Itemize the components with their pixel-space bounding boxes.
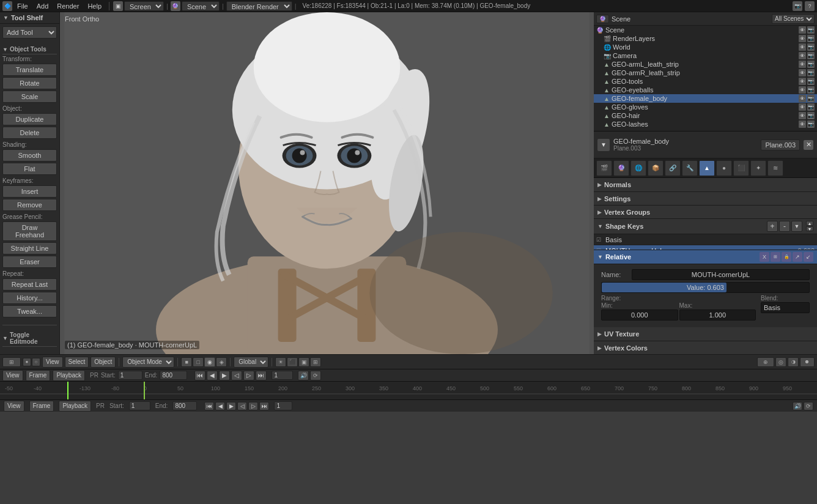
scene-select[interactable]: Scene — [182, 1, 220, 11]
sync-icon[interactable]: ⟳ — [310, 371, 321, 380]
menu-help[interactable]: Help — [84, 2, 105, 10]
render-icon[interactable]: 📷 — [807, 78, 815, 85]
display-rendered-icon[interactable]: ◉ — [204, 357, 215, 367]
view-dot-icon[interactable]: ● — [23, 358, 31, 366]
tab-physics[interactable]: ≋ — [767, 160, 783, 176]
close-subobj-btn[interactable]: ✕ — [804, 140, 813, 150]
timeline-area[interactable]: -50 -40 -130 -80 0 50 100 150 200 250 30… — [0, 382, 817, 399]
eraser-btn[interactable]: Eraser — [2, 256, 57, 268]
tab-data[interactable]: ▲ — [699, 160, 715, 176]
outliner-item-geo-female-body[interactable]: ▲ GEO-female_body 👁 📷 — [594, 94, 817, 103]
sk-copy-btn[interactable]: ▼ — [791, 221, 802, 232]
max-field[interactable] — [679, 309, 756, 321]
sk-up-btn[interactable]: ▲ — [806, 221, 813, 226]
status-play5[interactable]: ▷ — [248, 402, 258, 410]
status-play4[interactable]: ◁ — [237, 402, 247, 410]
outliner-item-geo-hair[interactable]: ▲ GEO-hair 👁 📷 — [594, 111, 817, 120]
end-field[interactable] — [160, 371, 187, 380]
snap-icon[interactable]: ⊕ — [757, 357, 774, 367]
render-icon[interactable]: 📷 — [807, 120, 815, 128]
rotate-btn[interactable]: Rotate — [2, 77, 57, 89]
history-btn[interactable]: History... — [2, 292, 57, 304]
shading-icon2[interactable]: ⬛ — [287, 357, 298, 367]
status-play2[interactable]: ◀ — [215, 402, 225, 410]
status-audio[interactable]: 🔊 — [793, 402, 802, 410]
visibility-icon[interactable]: 👁 — [799, 43, 806, 51]
visibility-icon[interactable]: 👁 — [799, 103, 806, 111]
select-menu-btn[interactable]: Select — [65, 357, 89, 368]
visibility-icon[interactable]: 👁 — [799, 69, 806, 76]
straight-line-btn[interactable]: Straight Line — [2, 242, 57, 254]
view-timeline-btn[interactable]: View — [2, 370, 23, 381]
duplicate-btn[interactable]: Duplicate — [2, 113, 57, 125]
sk-remove-btn[interactable]: - — [779, 221, 790, 232]
tab-render[interactable]: 🎬 — [596, 160, 612, 176]
shading-icon4[interactable]: ⊞ — [310, 357, 321, 367]
outliner-item-scene[interactable]: 🔮 Scene 👁 📷 — [594, 26, 817, 34]
smooth-btn[interactable]: Smooth — [2, 149, 57, 161]
visibility-icon[interactable]: 👁 — [799, 86, 806, 94]
normals-header[interactable]: ▶ Normals — [594, 178, 817, 191]
rel-icon-1[interactable]: X — [760, 252, 769, 262]
proportional-icon[interactable]: ◎ — [775, 357, 786, 367]
frame-status-btn[interactable]: Frame — [29, 401, 54, 412]
tab-object[interactable]: 📦 — [648, 160, 664, 176]
status-play6[interactable]: ⏭ — [259, 402, 269, 410]
blender-icon[interactable]: 🔷 — [2, 1, 12, 11]
rel-icon-5[interactable]: ↙ — [804, 252, 813, 262]
playback-status-btn[interactable]: Playback — [59, 401, 91, 412]
help-icon2[interactable]: ? — [805, 1, 815, 11]
flat-btn[interactable]: Flat — [2, 163, 57, 175]
view-dot2-icon[interactable]: ○ — [32, 358, 40, 366]
tab-particle[interactable]: ✦ — [750, 160, 766, 176]
next-frame-btn[interactable]: ▷ — [243, 371, 254, 380]
visibility-icon[interactable]: 👁 — [799, 112, 806, 119]
view-menu-btn[interactable]: View — [42, 357, 63, 368]
scale-btn[interactable]: Scale — [2, 91, 57, 103]
repeat-last-btn[interactable]: Repeat Last — [2, 278, 57, 291]
display-solid-icon[interactable]: ■ — [181, 357, 192, 367]
render-icon[interactable]: 📷 — [807, 112, 815, 119]
status-play3[interactable]: ▶ — [226, 402, 236, 410]
display-material-icon[interactable]: ◈ — [216, 357, 227, 367]
status-sync[interactable]: ⟳ — [804, 402, 813, 410]
value-bar[interactable]: Value: 0.603 — [601, 282, 810, 293]
tab-texture[interactable]: ⬛ — [733, 160, 749, 176]
end-status-field[interactable] — [172, 401, 197, 410]
render-icon[interactable]: 📷 — [807, 43, 815, 51]
render-icon[interactable]: 📷 — [807, 26, 815, 34]
sk-item-basis[interactable]: ☑ Basis — [594, 234, 817, 245]
render-icon[interactable]: 📷 — [807, 69, 815, 76]
viewport[interactable]: Front Ortho — [60, 12, 594, 354]
render-icon[interactable]: 📷 — [807, 35, 815, 42]
start-status-field[interactable] — [129, 401, 150, 410]
delete-btn[interactable]: Delete — [2, 127, 57, 139]
visibility-icon[interactable]: 👁 — [799, 95, 806, 102]
outliner-item-world[interactable]: 🌐 World 👁 📷 — [594, 43, 817, 51]
name-field[interactable] — [632, 269, 810, 280]
outliner-item-geo-arml-leath-strip[interactable]: ▲ GEO-armL_leath_strip 👁 📷 — [594, 60, 817, 69]
vertex-groups-header[interactable]: ▶ Vertex Groups — [594, 205, 817, 218]
jump-start-btn[interactable]: ⏮ — [194, 371, 205, 380]
visibility-icon[interactable]: 👁 — [799, 35, 806, 42]
menu-add[interactable]: Add — [33, 2, 53, 10]
rel-icon-3[interactable]: 🔒 — [782, 252, 791, 262]
add-tool-select[interactable]: Add Tool — [2, 26, 57, 39]
shading-icon3[interactable]: ▣ — [298, 357, 309, 367]
jump-end-btn[interactable]: ⏭ — [256, 371, 267, 380]
min-field[interactable] — [601, 309, 678, 321]
tab-modifier[interactable]: 🔧 — [682, 160, 698, 176]
view-status-btn[interactable]: View — [4, 401, 24, 412]
renderer-select[interactable]: Blender Render — [226, 1, 292, 11]
rel-icon-2[interactable]: ⊞ — [771, 252, 780, 262]
settings-header[interactable]: ▶ Settings — [594, 191, 817, 205]
visibility-icon[interactable]: 👁 — [799, 61, 806, 68]
tab-world[interactable]: 🌐 — [630, 160, 646, 176]
tweak-btn[interactable]: Tweak... — [2, 305, 57, 317]
start-field[interactable] — [118, 371, 142, 380]
tab-scene[interactable]: 🔮 — [613, 160, 629, 176]
render-icon[interactable]: 📷 — [807, 95, 815, 102]
blend-field[interactable] — [761, 302, 810, 313]
frame-status-current[interactable] — [274, 401, 292, 410]
render-icon[interactable]: 📷 — [807, 52, 815, 59]
